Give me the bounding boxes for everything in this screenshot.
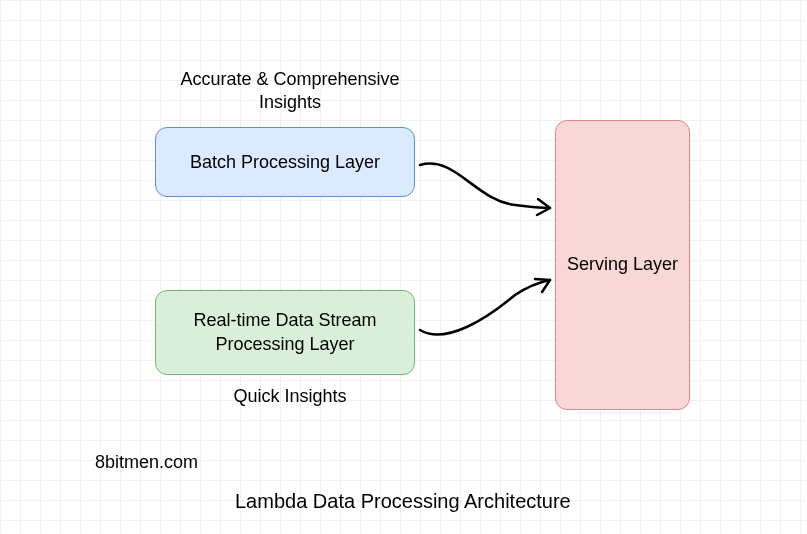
arrow-batch-to-serving	[415, 150, 565, 230]
diagram-title: Lambda Data Processing Architecture	[235, 490, 571, 513]
arrow-stream-to-serving	[415, 275, 565, 355]
stream-layer-box: Real-time Data Stream Processing Layer	[155, 290, 415, 375]
stream-annotation: Quick Insights	[200, 385, 380, 408]
batch-layer-label: Batch Processing Layer	[190, 152, 380, 173]
serving-layer-label: Serving Layer	[567, 253, 678, 276]
stream-layer-label: Real-time Data Stream Processing Layer	[166, 309, 404, 356]
serving-layer-box: Serving Layer	[555, 120, 690, 410]
batch-annotation: Accurate & Comprehensive Insights	[180, 68, 400, 115]
attribution-text: 8bitmen.com	[95, 452, 198, 473]
batch-layer-box: Batch Processing Layer	[155, 127, 415, 197]
